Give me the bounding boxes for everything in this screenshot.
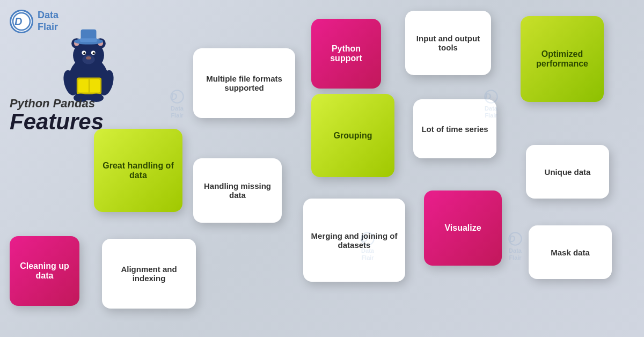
logo-icon: D <box>10 10 33 33</box>
card-optimized-performance: Optimized performance <box>521 16 604 102</box>
logo-data: Data <box>38 10 58 21</box>
svg-point-24 <box>171 90 183 102</box>
logo: D Data Flair <box>10 10 58 33</box>
svg-point-11 <box>93 52 95 54</box>
card-alignment-label: Alignment and indexing <box>109 265 188 283</box>
card-cleaning-label: Cleaning up data <box>17 261 72 281</box>
card-handling-label: Handling missing data <box>201 181 274 200</box>
card-grouping-label: Grouping <box>334 131 372 141</box>
card-python-label: Python support <box>319 44 374 63</box>
card-handling-missing: Handling missing data <box>193 158 282 223</box>
watermark-1: D Data Flair <box>169 89 185 119</box>
card-great-handling: Great handling of data <box>94 129 182 212</box>
svg-point-10 <box>83 52 85 54</box>
card-input-output: Input and output tools <box>405 11 491 75</box>
card-unique-label: Unique data <box>545 167 591 177</box>
svg-rect-23 <box>80 38 98 42</box>
bear-illustration <box>54 27 123 102</box>
card-python-support: Python support <box>311 19 381 89</box>
card-cleaning-data: Cleaning up data <box>10 236 79 306</box>
title-area: Python Pandas Features <box>10 97 128 133</box>
card-visualize: Visualize <box>424 191 502 266</box>
svg-text:D: D <box>14 16 22 27</box>
card-great-label: Great handling of data <box>101 161 175 180</box>
card-merging-label: Merging and joining of datasets <box>311 231 398 250</box>
card-optimized-label: Optimized performance <box>528 49 596 69</box>
card-visualize-label: Visualize <box>444 223 481 233</box>
svg-text:D: D <box>171 92 177 102</box>
svg-text:D: D <box>509 234 515 244</box>
card-alignment-indexing: Alignment and indexing <box>102 239 196 309</box>
card-grouping: Grouping <box>311 94 394 177</box>
svg-point-12 <box>82 55 94 64</box>
card-multiple-label: Multiple file formats supported <box>201 74 288 92</box>
card-time-label: Lot of time series <box>421 124 488 134</box>
card-mask-data: Mask data <box>529 225 612 279</box>
card-time-series: Lot of time series <box>413 99 496 158</box>
card-input-label: Input and output tools <box>413 34 484 52</box>
card-unique-data: Unique data <box>526 145 609 199</box>
card-multiple-file-formats: Multiple file formats supported <box>193 48 295 118</box>
watermark-4: D Data Flair <box>507 231 523 261</box>
svg-point-13 <box>86 56 91 60</box>
card-merging-joining: Merging and joining of datasets <box>303 199 405 282</box>
card-mask-label: Mask data <box>551 248 590 257</box>
svg-point-30 <box>509 232 521 245</box>
